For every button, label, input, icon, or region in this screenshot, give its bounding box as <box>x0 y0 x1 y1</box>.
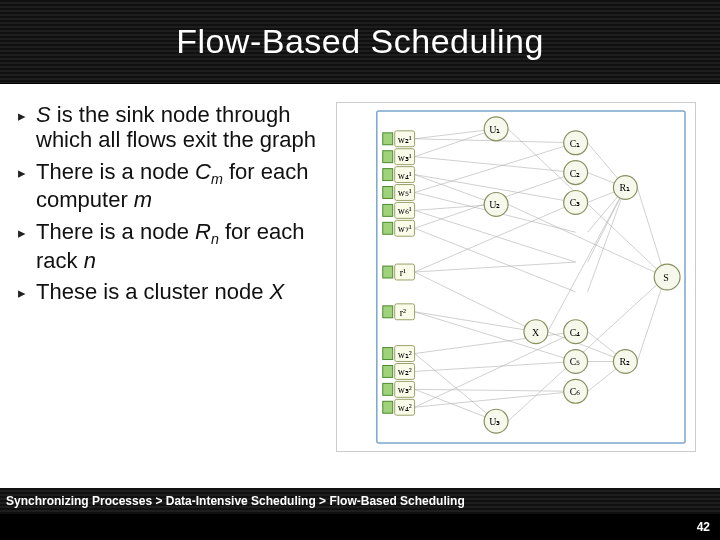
svg-line-20 <box>415 362 576 372</box>
worker-nodes-group: w₂¹ w₃¹ w₄¹ w₅¹ w₆¹ w₇¹ r¹ r² w₁² w₂² w₃… <box>383 131 415 415</box>
bullet-text: There is a node Rn for each rack n <box>36 219 318 273</box>
u-nodes-group: U₁ U₂ U₃ <box>484 117 508 433</box>
slide-body: ▸ S is the sink node through which all f… <box>0 84 720 488</box>
svg-text:R₁: R₁ <box>619 182 630 193</box>
worker-node: w₁² <box>383 346 415 362</box>
svg-rect-53 <box>383 204 393 216</box>
svg-text:w₄¹: w₄¹ <box>398 170 412 181</box>
list-item: ▸ There is a node Rn for each rack n <box>18 219 318 273</box>
list-item: ▸ There is a node Cm for each computer m <box>18 159 318 213</box>
page-number: 42 <box>697 520 710 534</box>
svg-text:S: S <box>663 272 669 283</box>
svg-rect-71 <box>383 383 393 395</box>
svg-text:X: X <box>532 327 539 338</box>
svg-line-18 <box>415 354 497 422</box>
svg-line-12 <box>415 228 576 292</box>
svg-rect-56 <box>383 222 393 234</box>
svg-text:C₁: C₁ <box>570 138 581 149</box>
worker-node: w₄¹ <box>383 167 415 183</box>
list-item: ▸ These is a cluster node X <box>18 279 318 304</box>
svg-text:w₇¹: w₇¹ <box>398 223 412 234</box>
worker-node: w₆¹ <box>383 202 415 218</box>
r-node: r¹ <box>383 264 415 280</box>
svg-line-17 <box>415 312 576 362</box>
bullet-marker: ▸ <box>18 102 36 153</box>
svg-rect-65 <box>383 348 393 360</box>
svg-line-32 <box>588 188 626 263</box>
svg-text:U₁: U₁ <box>489 124 500 135</box>
c-nodes-group: C₁ C₂ C₃ C₄ C₅ C₆ <box>564 131 588 403</box>
bullet-text: There is a node Cm for each computer m <box>36 159 318 213</box>
svg-line-22 <box>415 389 497 421</box>
svg-line-13 <box>415 272 536 332</box>
sink-node: S <box>654 264 680 290</box>
svg-rect-41 <box>383 133 393 145</box>
svg-text:R₂: R₂ <box>619 356 630 367</box>
svg-text:C₆: C₆ <box>570 386 581 397</box>
svg-rect-0 <box>377 111 685 443</box>
svg-text:r²: r² <box>400 307 406 318</box>
graph-edges <box>415 129 666 421</box>
svg-line-26 <box>508 204 665 277</box>
svg-rect-62 <box>383 306 393 318</box>
bullet-list: ▸ S is the sink node through which all f… <box>18 102 318 484</box>
svg-rect-44 <box>383 151 393 163</box>
svg-text:w₂²: w₂² <box>398 366 412 377</box>
bullet-marker: ▸ <box>18 219 36 273</box>
svg-line-21 <box>415 389 576 391</box>
svg-text:w₆¹: w₆¹ <box>398 205 412 216</box>
page-number-bar: 42 <box>0 514 720 540</box>
bullet-marker: ▸ <box>18 279 36 304</box>
svg-text:C₄: C₄ <box>570 327 581 338</box>
worker-node: w₂² <box>383 364 415 380</box>
svg-line-7 <box>415 143 576 193</box>
rack-nodes-group: R₁ R₂ <box>613 176 637 374</box>
list-item: ▸ S is the sink node through which all f… <box>18 102 318 153</box>
bullet-marker: ▸ <box>18 159 36 213</box>
svg-line-3 <box>415 129 497 157</box>
svg-text:w₃¹: w₃¹ <box>398 152 412 163</box>
x-node: X <box>524 320 548 344</box>
worker-node: w₅¹ <box>383 185 415 201</box>
bullet-text: These is a cluster node X <box>36 279 284 304</box>
svg-text:w₂¹: w₂¹ <box>398 134 412 145</box>
svg-text:w₄²: w₄² <box>398 402 412 413</box>
breadcrumb-text: Synchronizing Processes > Data-Intensive… <box>6 494 465 508</box>
title-bar: Flow-Based Scheduling <box>0 0 720 84</box>
worker-node: w₃¹ <box>383 149 415 165</box>
svg-text:w₅¹: w₅¹ <box>398 187 412 198</box>
worker-node: w₄² <box>383 399 415 415</box>
diagram-container: w₂¹ w₃¹ w₄¹ w₅¹ w₆¹ w₇¹ r¹ r² w₁² w₂² w₃… <box>326 102 706 484</box>
svg-line-10 <box>415 210 576 262</box>
worker-node: w₂¹ <box>383 131 415 147</box>
svg-rect-68 <box>383 365 393 377</box>
worker-node: w₃² <box>383 381 415 397</box>
svg-rect-50 <box>383 187 393 199</box>
svg-text:r¹: r¹ <box>400 267 406 278</box>
svg-text:C₅: C₅ <box>570 356 581 367</box>
svg-line-24 <box>415 332 576 408</box>
svg-text:C₂: C₂ <box>570 168 581 179</box>
svg-rect-74 <box>383 401 393 413</box>
svg-text:U₃: U₃ <box>489 416 500 427</box>
svg-rect-47 <box>383 169 393 181</box>
svg-line-15 <box>415 262 576 272</box>
svg-line-19 <box>415 332 576 354</box>
svg-text:U₂: U₂ <box>489 199 500 210</box>
flow-graph-diagram: w₂¹ w₃¹ w₄¹ w₅¹ w₆¹ w₇¹ r¹ r² w₁² w₂² w₃… <box>336 102 696 452</box>
svg-line-23 <box>415 391 576 407</box>
breadcrumb: Synchronizing Processes > Data-Intensive… <box>0 488 720 514</box>
bullet-text: S is the sink node through which all flo… <box>36 102 318 153</box>
worker-node: w₇¹ <box>383 220 415 236</box>
svg-text:w₃²: w₃² <box>398 384 412 395</box>
svg-rect-59 <box>383 266 393 278</box>
r-node: r² <box>383 304 415 320</box>
svg-line-6 <box>415 175 497 205</box>
svg-line-33 <box>588 188 626 292</box>
svg-text:C₃: C₃ <box>570 197 581 208</box>
slide-title: Flow-Based Scheduling <box>176 22 544 61</box>
svg-text:w₁²: w₁² <box>398 349 412 360</box>
svg-line-16 <box>415 312 536 332</box>
